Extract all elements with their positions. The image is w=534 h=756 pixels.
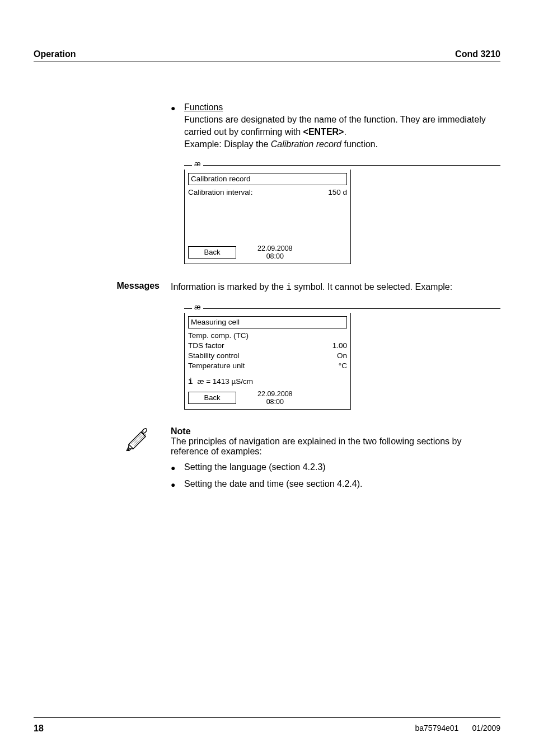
note-label: Note	[171, 426, 500, 436]
screen1-interval-value: 150 d	[328, 187, 347, 198]
note-bullet-text: Setting the language (section 4.2.3)	[184, 461, 500, 473]
page-footer: 18 ba75794e01 01/2009	[34, 717, 500, 734]
screen1-back-button[interactable]: Back	[188, 246, 236, 259]
screen2-row-label: TDS factor	[188, 341, 224, 351]
screen1-row-interval: Calibration interval: 150 d	[188, 187, 347, 198]
screen2-tab-label: æ	[192, 303, 203, 311]
header-left: Operation	[34, 49, 76, 59]
screen2-row: Temperature unit °C	[188, 361, 347, 371]
functions-body-2b: Calibration record	[271, 139, 341, 149]
doc-date: 01/2009	[472, 724, 500, 734]
screen1-date: 22.09.2008	[257, 245, 293, 252]
functions-body-2a: Example: Display the	[184, 139, 271, 149]
screen2-row-value: On	[337, 351, 347, 361]
info-i-symbol: i	[286, 283, 292, 293]
functions-title: Functions	[184, 102, 223, 112]
bullet-icon: ●	[171, 101, 184, 151]
screen1-title: Calibration record	[188, 173, 347, 185]
bullet-icon: ●	[171, 461, 184, 473]
note-bullet-1: ● Setting the language (section 4.2.3)	[171, 461, 500, 473]
enter-key: <ENTER>	[303, 127, 344, 137]
doc-id: ba75794e01	[415, 724, 459, 734]
screen2-container: æ Measuring cell Temp. comp. (TC) TDS fa…	[184, 305, 500, 410]
screen1-time: 08:00	[266, 252, 284, 260]
messages-text: Information is marked by the i symbol. I…	[171, 281, 500, 294]
messages-suffix: symbol. It cannot be selected. Example:	[292, 282, 452, 292]
screen2-row-value: 1.00	[332, 341, 347, 351]
functions-bullet-row: ● Functions Functions are designated by …	[171, 101, 500, 151]
messages-label: Messages	[34, 281, 171, 294]
screen2-row-label: Stability control	[188, 351, 240, 361]
screen2-back-button[interactable]: Back	[188, 392, 236, 404]
screen2-row-label: Temperature unit	[188, 361, 245, 371]
screen2-title: Measuring cell	[188, 316, 347, 328]
screen2-info-row: i æ = 1413 µS/cm	[188, 377, 347, 387]
screen2-row: Stability control On	[188, 351, 347, 361]
page-number: 18	[34, 724, 44, 734]
screen2-row: TDS factor 1.00	[188, 341, 347, 351]
note-icon	[125, 428, 150, 452]
screen1-tab-label: æ	[192, 159, 203, 168]
screen2-row-value: °C	[339, 361, 347, 371]
screen1-interval-label: Calibration interval:	[188, 187, 253, 198]
note-body: The principles of navigation are explain…	[171, 436, 500, 457]
screen2-info-text: æ = 1413 µS/cm	[197, 377, 253, 387]
bullet-icon: ●	[171, 478, 184, 490]
screen2-date: 22.09.2008	[257, 390, 293, 398]
note-bullet-2: ● Setting the date and time (see section…	[171, 478, 500, 490]
page-header: Operation Cond 3210	[34, 49, 500, 59]
screen1-container: æ Calibration record Calibration interva…	[184, 162, 500, 264]
functions-body-2c: function.	[341, 139, 378, 149]
screen2-datetime: 22.09.2008 08:00	[236, 390, 314, 406]
functions-body-1b: .	[344, 127, 346, 137]
messages-prefix: Information is marked by the	[171, 282, 286, 292]
header-right: Cond 3210	[455, 49, 500, 59]
note-bullet-text: Setting the date and time (see section 4…	[184, 478, 500, 490]
screen2-time: 08:00	[266, 398, 284, 406]
screen1-datetime: 22.09.2008 08:00	[236, 245, 314, 260]
info-icon: i	[188, 377, 193, 387]
screen2-row: Temp. comp. (TC)	[188, 331, 347, 341]
header-rule	[34, 62, 500, 62]
screen2-row-label: Temp. comp. (TC)	[188, 331, 249, 341]
functions-text: Functions Functions are designated by th…	[184, 101, 500, 151]
